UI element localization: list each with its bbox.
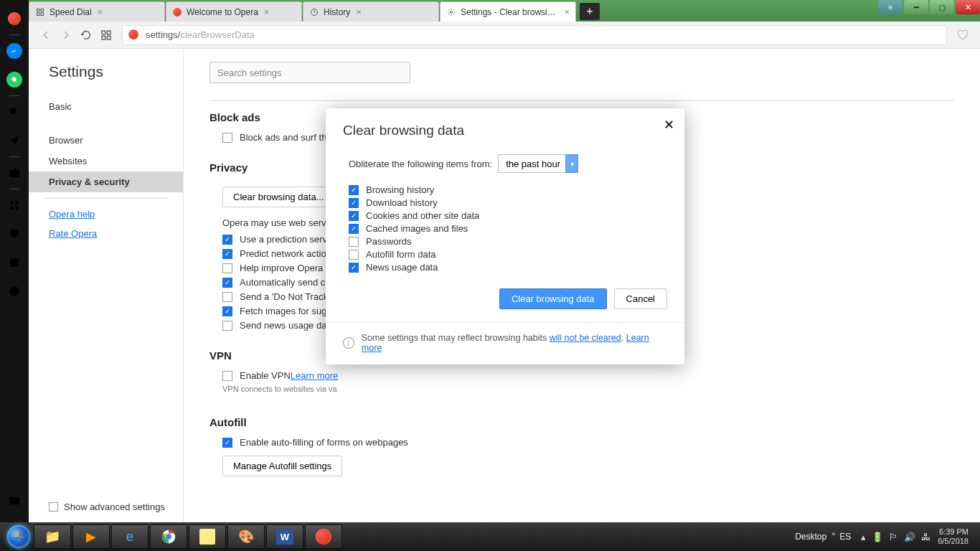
- tab-close-icon[interactable]: ×: [264, 6, 270, 17]
- checkbox-enable-vpn[interactable]: [222, 371, 232, 381]
- nav-reload-button[interactable]: [76, 25, 96, 45]
- checkbox-send-news[interactable]: [222, 321, 232, 331]
- time-range-select[interactable]: the past hour: [498, 154, 578, 173]
- dialog-close-icon[interactable]: ✕: [664, 117, 674, 133]
- tray-network-icon[interactable]: 🖧: [921, 532, 930, 542]
- search-settings-input[interactable]: Search settings: [209, 62, 410, 83]
- vpn-learn-more-link[interactable]: Learn more: [291, 370, 338, 381]
- taskbar-sticky-notes[interactable]: [189, 524, 226, 549]
- dialog-checkbox-3[interactable]: [349, 224, 359, 234]
- tab-welcome[interactable]: Welcome to Opera ×: [166, 1, 302, 22]
- tab-title: Speed Dial: [50, 7, 92, 17]
- snapshot-camera-icon[interactable]: [0, 159, 29, 187]
- checkbox-block-ads[interactable]: [222, 133, 232, 143]
- start-button[interactable]: [4, 522, 33, 551]
- extensions-grid-icon[interactable]: [0, 191, 29, 220]
- checkbox-auto-crash[interactable]: [222, 278, 232, 288]
- tab-speed-dial[interactable]: Speed Dial ×: [29, 1, 165, 22]
- news-icon[interactable]: [0, 248, 29, 277]
- sidebar-item-browser[interactable]: Browser: [29, 130, 183, 151]
- clear-browsing-data-button[interactable]: Clear browsing data...: [222, 187, 334, 207]
- section-autofill: Autofill: [209, 416, 954, 428]
- whatsapp-icon[interactable]: [0, 65, 29, 94]
- sidebar-link-rate-opera[interactable]: Rate Opera: [29, 224, 183, 243]
- clear-browsing-data-confirm-button[interactable]: Clear browsing data: [499, 288, 607, 309]
- svg-rect-17: [107, 31, 110, 34]
- tab-close-icon[interactable]: ×: [564, 6, 570, 17]
- bookmarks-heart-icon[interactable]: [0, 220, 29, 248]
- svg-rect-16: [102, 31, 105, 34]
- svg-rect-13: [41, 13, 44, 16]
- settings-sidebar: Settings Basic Browser Websites Privacy …: [29, 49, 184, 522]
- speeddial-send-icon[interactable]: [0, 126, 29, 155]
- nav-startpage-button[interactable]: [96, 25, 116, 45]
- show-advanced-checkbox[interactable]: Show advanced settings: [49, 501, 165, 512]
- tab-settings[interactable]: Settings - Clear browsing d ×: [440, 1, 576, 22]
- svg-point-0: [10, 108, 17, 114]
- page-title: Settings: [29, 63, 183, 96]
- checkbox-fetch-images[interactable]: [222, 306, 232, 316]
- svg-rect-5: [10, 206, 14, 209]
- svg-point-2: [12, 171, 17, 176]
- taskbar-opera[interactable]: [305, 524, 342, 549]
- window-menu-button[interactable]: ≡: [878, 0, 903, 14]
- taskbar-ie[interactable]: e: [111, 524, 149, 549]
- tab-close-icon[interactable]: ×: [98, 6, 103, 17]
- dialog-checkbox-1[interactable]: [349, 198, 359, 208]
- tray-clock[interactable]: 6:39 PM 6/5/2018: [938, 527, 969, 546]
- info-icon: i: [343, 337, 354, 349]
- obliterate-label: Obliterate the following items from:: [349, 159, 492, 169]
- checkbox-prediction-service[interactable]: [222, 235, 232, 245]
- nav-back-button[interactable]: [36, 25, 56, 45]
- tray-chevron-icon[interactable]: ▴: [861, 532, 866, 542]
- bookmark-heart-button[interactable]: [953, 25, 973, 45]
- tray-battery-icon[interactable]: 🔋: [872, 532, 883, 542]
- clear-browsing-data-dialog: ✕ Clear browsing data Obliterate the fol…: [326, 108, 684, 364]
- sidebar-item-privacy-security[interactable]: Privacy & security: [29, 171, 183, 192]
- window-close-button[interactable]: ✕: [956, 0, 980, 14]
- taskbar-media-player[interactable]: ▶: [72, 524, 110, 549]
- checkbox-help-improve[interactable]: [222, 263, 232, 273]
- address-input[interactable]: settings/clearBrowserData: [122, 25, 947, 45]
- tray-volume-icon[interactable]: 🔊: [904, 532, 915, 542]
- manage-autofill-button[interactable]: Manage Autofill settings: [222, 456, 342, 476]
- sidebar-search-icon[interactable]: [0, 98, 29, 126]
- sidebar-toggle-icon[interactable]: [0, 486, 29, 515]
- messenger-icon[interactable]: [0, 37, 29, 65]
- svg-rect-3: [10, 201, 14, 204]
- taskbar-word[interactable]: W: [266, 524, 303, 549]
- history-clock-icon[interactable]: [0, 277, 29, 306]
- sidebar-link-opera-help[interactable]: Opera help: [29, 204, 183, 224]
- tab-close-icon[interactable]: ×: [356, 6, 362, 17]
- checkbox-do-not-track[interactable]: [222, 292, 232, 302]
- window-minimize-button[interactable]: ━: [904, 0, 928, 14]
- language-indicator[interactable]: ES: [837, 530, 854, 543]
- dialog-checkbox-label: Cached images and files: [366, 223, 468, 234]
- opera-tab-icon: [172, 7, 182, 17]
- speeddial-tab-icon: [35, 7, 45, 17]
- svg-point-15: [451, 11, 453, 13]
- new-tab-button[interactable]: +: [580, 3, 600, 20]
- show-desktop-label[interactable]: Desktop»: [792, 530, 829, 543]
- dialog-checkbox-5[interactable]: [349, 250, 359, 260]
- sidebar-item-websites[interactable]: Websites: [29, 151, 183, 171]
- dialog-checkbox-2[interactable]: [349, 211, 359, 221]
- sidebar-item-basic[interactable]: Basic: [29, 96, 183, 117]
- nav-forward-button[interactable]: [56, 25, 76, 45]
- taskbar-explorer[interactable]: 📁: [34, 524, 71, 549]
- will-not-be-cleared-link[interactable]: will not be cleared: [550, 333, 621, 343]
- dialog-checkbox-4[interactable]: [349, 237, 359, 247]
- taskbar-chrome[interactable]: [150, 524, 187, 549]
- window-maximize-button[interactable]: ▢: [930, 0, 954, 14]
- taskbar-paint[interactable]: 🎨: [227, 524, 265, 549]
- checkbox-predict-network[interactable]: [222, 249, 232, 259]
- dialog-checkbox-6[interactable]: [349, 263, 359, 273]
- tray-action-center-icon[interactable]: 🏳: [889, 532, 898, 542]
- dialog-checkbox-label: Cookies and other site data: [366, 210, 479, 221]
- dialog-checkbox-0[interactable]: [349, 185, 359, 195]
- checkbox-enable-autofill[interactable]: [222, 438, 232, 448]
- opera-menu-icon[interactable]: [0, 4, 29, 33]
- cancel-button[interactable]: Cancel: [614, 288, 667, 309]
- tab-history[interactable]: History ×: [303, 1, 439, 22]
- toolbar: settings/clearBrowserData: [29, 22, 980, 49]
